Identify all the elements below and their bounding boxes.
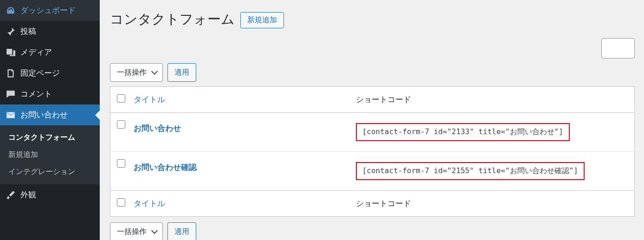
mail-icon [6,110,16,120]
submenu-item-integration[interactable]: インテグレーション [0,163,100,181]
submenu-item-label: インテグレーション [8,168,75,175]
search-input[interactable] [601,38,635,58]
table-row: お問い合わせ確認 [contact-form-7 id="2155" title… [110,152,635,191]
dashboard-icon [6,6,16,16]
sidebar-item-label: ダッシュボード [20,5,76,16]
sidebar-item-posts[interactable]: 投稿 [0,21,100,42]
sidebar-item-label: コメント [20,89,52,99]
pin-icon [6,26,16,37]
submenu-item-label: 新規追加 [8,150,38,158]
select-all-checkbox[interactable] [117,94,125,103]
brush-icon [6,190,16,200]
tablenav-bottom: 一括操作 適用 [110,222,635,240]
forms-table: タイトル ショートコード お問い合わせ [contact-form-7 id="… [110,86,635,217]
comment-icon [6,89,16,99]
select-all-header [110,87,129,113]
sidebar-item-media[interactable]: メディア [0,42,100,63]
bulk-action-select[interactable]: 一括操作 [110,63,163,82]
add-new-button[interactable]: 新規追加 [240,12,284,28]
submenu-item-label: コンタクトフォーム [8,133,75,141]
column-header-shortcode: ショートコード [350,87,635,113]
apply-button-bottom[interactable]: 適用 [167,222,196,240]
select-all-checkbox-footer[interactable] [117,198,125,207]
form-title-link[interactable]: お問い合わせ [134,124,181,133]
main-content: コンタクトフォーム 新規追加 一括操作 適用 タイトル ショー [100,0,644,240]
sidebar-item-contact[interactable]: お問い合わせ [0,104,100,125]
shortcode-text[interactable]: [contact-form-7 id="2155" title="お問い合わせ確… [356,162,585,180]
row-checkbox[interactable] [117,120,125,129]
submenu-item-contact-forms[interactable]: コンタクトフォーム [0,129,100,146]
sort-by-title-footer[interactable]: タイトル [134,199,165,208]
sidebar-item-label: 外観 [20,189,36,200]
sidebar-item-label: 投稿 [20,26,36,37]
form-title-link[interactable]: お問い合わせ確認 [134,163,197,172]
sidebar-item-label: 固定ページ [20,68,60,78]
sort-by-title[interactable]: タイトル [134,95,165,104]
admin-sidebar: ダッシュボード 投稿 メディア 固定ページ コメント [0,0,100,240]
sidebar-item-label: メディア [20,47,52,58]
sidebar-item-pages[interactable]: 固定ページ [0,63,100,84]
submenu-item-add-new[interactable]: 新規追加 [0,146,100,163]
bulk-action-select-bottom[interactable]: 一括操作 [110,222,163,240]
media-icon [6,47,16,58]
apply-button[interactable]: 適用 [167,63,196,82]
sidebar-submenu: コンタクトフォーム 新規追加 インテグレーション [0,125,100,184]
column-footer-shortcode: ショートコード [350,191,635,217]
column-footer-title: タイトル [128,191,350,217]
column-header-title: タイトル [128,87,350,113]
sidebar-item-comments[interactable]: コメント [0,84,100,104]
bulk-action-label: 一括操作 [117,68,147,78]
shortcode-text[interactable]: [contact-form-7 id="2133" title="お問い合わせ"… [356,123,570,141]
search-wrap [110,38,635,58]
sidebar-item-appearance[interactable]: 外観 [0,184,100,205]
sidebar-item-dashboard[interactable]: ダッシュボード [0,0,100,21]
sidebar-item-label: お問い合わせ [20,110,68,120]
row-checkbox[interactable] [117,159,125,168]
page-title: コンタクトフォーム [110,5,235,29]
bulk-action-label: 一括操作 [117,227,147,237]
page-header: コンタクトフォーム 新規追加 [110,5,635,29]
page-icon [6,68,16,78]
tablenav-top: 一括操作 適用 [110,63,635,82]
select-all-footer [110,191,129,217]
table-row: お問い合わせ [contact-form-7 id="2133" title="… [110,113,635,152]
